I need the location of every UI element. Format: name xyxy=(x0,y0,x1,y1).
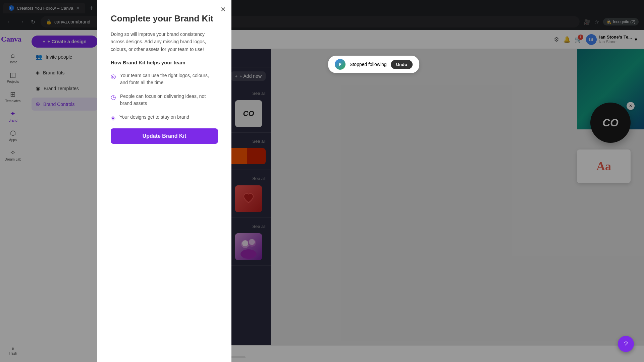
modal-close-button[interactable]: ✕ xyxy=(220,5,226,13)
update-brand-kit-button[interactable]: Update Brand Kit xyxy=(111,128,218,144)
toast-avatar: P xyxy=(335,59,345,70)
modal-benefit-1: ◎ Your team can use the right logos, col… xyxy=(111,72,218,86)
toast-message: Stopped following xyxy=(350,62,387,67)
modal-benefit-3: ◈ Your designs get to stay on brand xyxy=(111,114,218,122)
benefit-2-text: People can focus on delivering ideas, no… xyxy=(120,93,218,107)
toast-notification: P Stopped following Undo xyxy=(328,56,419,73)
modal-description: Doing so will improve your brand consist… xyxy=(111,31,218,53)
benefit-3-text: Your designs get to stay on brand xyxy=(119,114,189,121)
benefit-1-icon: ◎ xyxy=(111,73,116,80)
undo-button[interactable]: Undo xyxy=(391,60,413,69)
modal-title: Complete your Brand Kit xyxy=(111,13,218,24)
modal-how-title: How Brand Kit helps your team xyxy=(111,60,218,65)
brand-kit-modal: ✕ Complete your Brand Kit Doing so will … xyxy=(97,0,231,362)
help-icon: ? xyxy=(624,340,628,348)
modal-overlay: ✕ Complete your Brand Kit Doing so will … xyxy=(0,0,644,362)
benefit-3-icon: ◈ xyxy=(111,114,115,122)
modal-benefit-2: ◷ People can focus on delivering ideas, … xyxy=(111,93,218,107)
help-button[interactable]: ? xyxy=(618,336,634,352)
benefit-2-icon: ◷ xyxy=(111,94,116,101)
benefit-1-text: Your team can use the right logos, colou… xyxy=(120,72,218,86)
